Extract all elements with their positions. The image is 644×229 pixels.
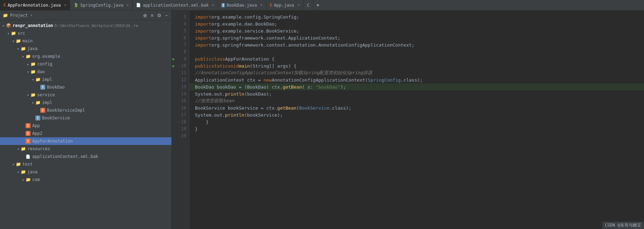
tab-close-applicationcontext[interactable]: × [212, 3, 214, 7]
tree-item-1[interactable]: 📦respr_annotationD:\WorkSoftware_Workpla… [0, 22, 171, 29]
tree-item-7[interactable]: 📁dao [0, 68, 171, 76]
tree-arrow[interactable] [6, 32, 11, 35]
tab-label-springconfig: SpringConfig.java [80, 3, 123, 8]
tree-arrow[interactable] [26, 70, 30, 74]
line-number-6: 6 [172, 34, 189, 41]
line-number-4: 4 [172, 20, 189, 27]
line-number-9: ▶9 [172, 55, 189, 62]
tree-icon-java-c: C [25, 123, 31, 129]
run-button-10[interactable]: ▶ [172, 64, 175, 68]
tree-icon-folder: 📁 [20, 169, 26, 175]
tab-springconfig[interactable]: 🍃 SpringConfig.java × [70, 0, 133, 10]
tab-more-button[interactable]: ▾ [313, 2, 323, 8]
tree-label: java [27, 169, 38, 174]
panel-settings-button[interactable]: ⚙ [156, 13, 162, 18]
tree-label: src [18, 31, 25, 36]
tree-item-6[interactable]: 📁config [0, 60, 171, 68]
tree-arrow[interactable] [11, 39, 15, 43]
code-lines[interactable]: import org.example.config.SpringConfig;i… [189, 11, 644, 229]
tree-arrow[interactable] [31, 78, 35, 82]
tree-item-4[interactable]: 📁java [0, 45, 171, 53]
line-numbers: 345678▶9▶−1011121314151617−181920 [172, 11, 189, 229]
tree-item-3[interactable]: 📁main [0, 37, 171, 45]
tree-item-12[interactable]: CBookServiceImpl [0, 106, 171, 114]
tree-label: BookDao [47, 85, 65, 90]
tree-item-9[interactable]: IBookDao [0, 83, 171, 91]
line-number-11: 11 [172, 69, 189, 76]
tree-item-5[interactable]: 📁org.example [0, 53, 171, 60]
tree-item-19[interactable]: 📁test [0, 160, 171, 168]
tree-item-16[interactable]: CAppForAnnotation [0, 137, 171, 145]
panel-minimize-button[interactable]: − [164, 13, 169, 18]
tree-item-18[interactable]: 📄applicationContext.xml.bak [0, 153, 171, 160]
tab-close-springconfig[interactable]: × [127, 3, 129, 7]
tree-label: com [32, 177, 40, 182]
tree-item-20[interactable]: 📁java [0, 168, 171, 176]
panel-locate-button[interactable]: ⊕ [142, 13, 148, 18]
fold-button-10[interactable]: − [177, 64, 179, 68]
tree-arrow[interactable] [26, 62, 30, 66]
tree-label: App [32, 123, 40, 128]
tab-close-app[interactable]: × [297, 3, 300, 7]
code-line-17: System.out.println(bookService); [189, 111, 644, 118]
tree-arrow[interactable] [11, 162, 15, 166]
tree-label: java [27, 46, 38, 51]
line-num-text: 19 [181, 126, 186, 131]
tree-item-8[interactable]: 📁impl [0, 76, 171, 83]
panel-dropdown-arrow[interactable]: ▾ [30, 13, 33, 18]
tree-arrow[interactable] [21, 178, 25, 182]
tree-label: AppForAnnotation [32, 139, 73, 144]
tree-item-10[interactable]: 📁service [0, 91, 171, 99]
tree-item-17[interactable]: 📁resources [0, 145, 171, 153]
code-line-9: public class AppForAnnotation { [189, 55, 644, 62]
tab-applicationcontext[interactable]: 📄 applicationContext.xml.bak × [133, 0, 218, 10]
line-num-text: 16 [181, 105, 186, 110]
fold-button-18[interactable]: − [177, 120, 179, 124]
line-number-3: 3 [172, 13, 189, 20]
tab-icon-java-c-app: C [270, 3, 272, 7]
tree-label: BookServiceImpl [47, 108, 85, 113]
tree-label: impl [42, 100, 52, 105]
tree-icon-folder: 📁 [30, 69, 36, 75]
tree-arrow[interactable] [31, 101, 35, 105]
tree-item-15[interactable]: CApp2 [0, 130, 171, 137]
code-line-8 [189, 48, 644, 55]
panel-actions: ⊕ ≡ ⚙ − [142, 13, 169, 18]
tree-arrow[interactable] [16, 47, 20, 51]
tree-item-21[interactable]: 📁com [0, 176, 171, 183]
tab-close-appforannotation[interactable]: × [64, 3, 66, 7]
tree-label: BookService [42, 116, 70, 120]
tab-icon-java-i: I [222, 3, 225, 7]
tree-arrow[interactable] [16, 170, 20, 174]
tab-label-applicationcontext: applicationContext.xml.bak [143, 3, 209, 8]
tab-close-bookdao[interactable]: × [260, 3, 263, 7]
tab-bookdao[interactable]: I BookDao.java × [218, 0, 266, 10]
line-num-text: 11 [181, 70, 186, 75]
tree-label: respr_annotation [13, 23, 53, 28]
tree-label: resources [27, 146, 50, 151]
tree-arrow[interactable] [26, 93, 30, 97]
tree-arrow[interactable] [21, 55, 25, 58]
code-line-13: BookDao bookDao = (BookDao) ctx.getBean(… [189, 83, 644, 90]
code-line-20 [189, 132, 644, 139]
tree-label: dao [37, 69, 45, 74]
code-line-18: } [189, 118, 644, 125]
tab-c[interactable]: C [304, 0, 313, 10]
tree-item-13[interactable]: IBookService [0, 114, 171, 122]
tab-app[interactable]: C App.java × [266, 0, 304, 10]
code-line-14: System.out.println(bookDao); [189, 90, 644, 97]
tree-arrow[interactable] [16, 147, 20, 151]
tab-label-c: C [307, 3, 310, 8]
line-num-text: 12 [181, 77, 186, 82]
code-line-16: BookService bookService = ctx.getBean(Bo… [189, 104, 644, 111]
tree-item-11[interactable]: 📁impl [0, 99, 171, 106]
panel-collapse-button[interactable]: ≡ [150, 13, 154, 18]
tree-label: org.example [32, 54, 60, 59]
tab-appforannotation[interactable]: C AppForAnnotation.java × [0, 0, 70, 10]
tree-item-14[interactable]: CApp [0, 122, 171, 130]
tree-item-2[interactable]: 📁src [0, 29, 171, 37]
tree-arrow[interactable] [1, 24, 6, 28]
tree-label: test [22, 162, 33, 167]
tree-icon-folder: 📁 [15, 161, 21, 167]
run-button-9[interactable]: ▶ [172, 57, 175, 61]
